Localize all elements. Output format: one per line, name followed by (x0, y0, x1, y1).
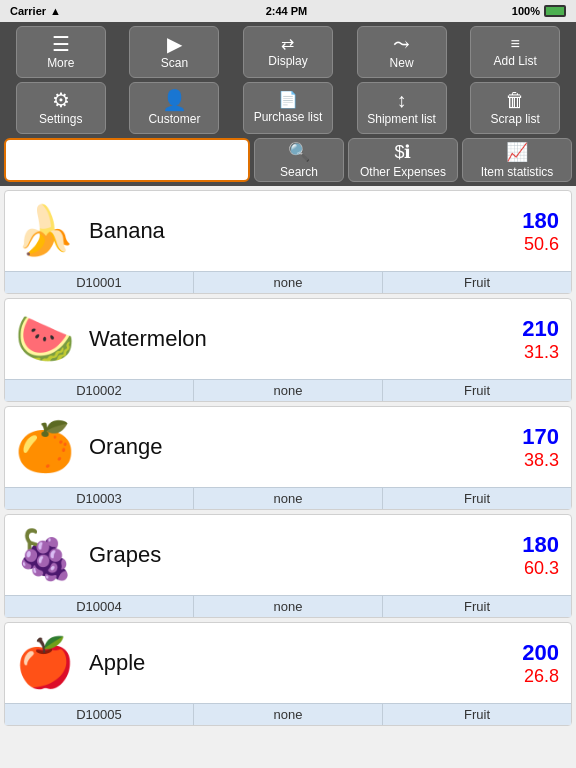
search-input-wrap[interactable] (4, 138, 250, 182)
price-red: 26.8 (524, 666, 559, 687)
settings-button[interactable]: ⚙ Settings (16, 82, 106, 134)
item-image: 🍎 (9, 627, 81, 699)
item-list: 🍌 Banana 180 50.6 D10001 none Fruit 🍉 Wa… (0, 186, 576, 768)
price-blue: 180 (522, 208, 559, 234)
status-time: 2:44 PM (266, 5, 308, 17)
customer-label: Customer (148, 112, 200, 126)
item-code: D10004 (5, 596, 194, 617)
item-top: 🍎 Apple 200 26.8 (5, 623, 571, 703)
customer-icon: 👤 (162, 90, 187, 110)
item-category: Fruit (383, 380, 571, 401)
item-category: Fruit (383, 488, 571, 509)
expenses-label: Other Expenses (360, 165, 446, 179)
item-card[interactable]: 🍉 Watermelon 210 31.3 D10002 none Fruit (4, 298, 572, 402)
item-top: 🍊 Orange 170 38.3 (5, 407, 571, 487)
other-expenses-button[interactable]: $ℹ Other Expenses (348, 138, 458, 182)
item-image: 🍉 (9, 303, 81, 375)
item-code: D10003 (5, 488, 194, 509)
item-tag: none (194, 380, 383, 401)
search-row: 🔍 Search $ℹ Other Expenses 📈 Item statis… (0, 136, 576, 184)
price-red: 50.6 (524, 234, 559, 255)
price-red: 38.3 (524, 450, 559, 471)
scrap-list-icon: 🗑 (505, 90, 525, 110)
toolbar: ☰ More ▶ Scan ⇄ Display ⤳ New ≡ Add List… (0, 22, 576, 186)
item-prices: 170 38.3 (487, 424, 567, 471)
price-red: 31.3 (524, 342, 559, 363)
scan-button[interactable]: ▶ Scan (129, 26, 219, 78)
item-image: 🍇 (9, 519, 81, 591)
price-blue: 170 (522, 424, 559, 450)
search-label: Search (280, 165, 318, 179)
battery-icon (544, 5, 566, 17)
new-label: New (390, 56, 414, 70)
status-left: Carrier ▲ (10, 5, 61, 17)
item-card[interactable]: 🍌 Banana 180 50.6 D10001 none Fruit (4, 190, 572, 294)
status-right: 100% (512, 5, 566, 17)
item-top: 🍉 Watermelon 210 31.3 (5, 299, 571, 379)
purchase-list-button[interactable]: 📄 Purchase list (243, 82, 333, 134)
shipment-list-icon: ↕ (397, 90, 407, 110)
item-tag: none (194, 488, 383, 509)
battery-label: 100% (512, 5, 540, 17)
shipment-list-button[interactable]: ↕ Shipment list (357, 82, 447, 134)
item-prices: 180 60.3 (487, 532, 567, 579)
new-icon: ⤳ (393, 34, 410, 54)
price-blue: 180 (522, 532, 559, 558)
wifi-icon: ▲ (50, 5, 61, 17)
customer-button[interactable]: 👤 Customer (129, 82, 219, 134)
new-button[interactable]: ⤳ New (357, 26, 447, 78)
search-icon: 🔍 (288, 141, 310, 163)
item-top: 🍌 Banana 180 50.6 (5, 191, 571, 271)
item-name: Grapes (81, 542, 487, 568)
add-list-icon: ≡ (511, 36, 520, 52)
carrier-label: Carrier (10, 5, 46, 17)
item-card[interactable]: 🍊 Orange 170 38.3 D10003 none Fruit (4, 406, 572, 510)
scan-label: Scan (161, 56, 188, 70)
display-button[interactable]: ⇄ Display (243, 26, 333, 78)
item-code: D10001 (5, 272, 194, 293)
scrap-list-button[interactable]: 🗑 Scrap list (470, 82, 560, 134)
item-prices: 210 31.3 (487, 316, 567, 363)
search-input[interactable] (14, 152, 240, 169)
stats-label: Item statistics (481, 165, 554, 179)
item-code: D10002 (5, 380, 194, 401)
expenses-icon: $ℹ (394, 141, 411, 163)
item-name: Watermelon (81, 326, 487, 352)
item-bottom: D10004 none Fruit (5, 595, 571, 617)
toolbar-row-2: ⚙ Settings 👤 Customer 📄 Purchase list ↕ … (0, 80, 576, 136)
more-icon: ☰ (52, 34, 70, 54)
display-label: Display (268, 54, 307, 68)
item-category: Fruit (383, 704, 571, 725)
item-code: D10005 (5, 704, 194, 725)
item-category: Fruit (383, 596, 571, 617)
shipment-list-label: Shipment list (367, 112, 436, 126)
purchase-list-icon: 📄 (278, 92, 298, 108)
item-bottom: D10002 none Fruit (5, 379, 571, 401)
item-name: Apple (81, 650, 487, 676)
settings-icon: ⚙ (52, 90, 70, 110)
item-prices: 200 26.8 (487, 640, 567, 687)
more-label: More (47, 56, 74, 70)
item-card[interactable]: 🍇 Grapes 180 60.3 D10004 none Fruit (4, 514, 572, 618)
scan-icon: ▶ (167, 34, 182, 54)
item-image: 🍊 (9, 411, 81, 483)
more-button[interactable]: ☰ More (16, 26, 106, 78)
status-bar: Carrier ▲ 2:44 PM 100% (0, 0, 576, 22)
purchase-list-label: Purchase list (254, 110, 323, 124)
scrap-list-label: Scrap list (490, 112, 539, 126)
price-blue: 210 (522, 316, 559, 342)
item-top: 🍇 Grapes 180 60.3 (5, 515, 571, 595)
item-name: Orange (81, 434, 487, 460)
price-red: 60.3 (524, 558, 559, 579)
display-icon: ⇄ (281, 36, 294, 52)
item-card[interactable]: 🍎 Apple 200 26.8 D10005 none Fruit (4, 622, 572, 726)
search-button[interactable]: 🔍 Search (254, 138, 344, 182)
item-tag: none (194, 704, 383, 725)
item-bottom: D10001 none Fruit (5, 271, 571, 293)
item-image: 🍌 (9, 195, 81, 267)
item-bottom: D10005 none Fruit (5, 703, 571, 725)
item-name: Banana (81, 218, 487, 244)
item-statistics-button[interactable]: 📈 Item statistics (462, 138, 572, 182)
item-bottom: D10003 none Fruit (5, 487, 571, 509)
add-list-button[interactable]: ≡ Add List (470, 26, 560, 78)
